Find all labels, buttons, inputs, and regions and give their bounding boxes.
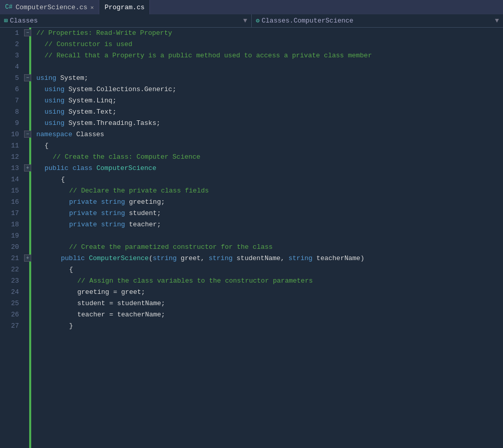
- line-num-14: 14: [0, 174, 19, 185]
- line23-comment: // Assign the class variables to the con…: [77, 275, 313, 287]
- line-num-16: 16: [0, 197, 19, 208]
- line15-comment: // Declare the private class fields: [69, 185, 209, 197]
- line22-brace: {: [69, 264, 73, 275]
- line17-sp: [97, 208, 101, 219]
- line-num-15: 15: [0, 185, 19, 197]
- line21-string1: string: [152, 253, 177, 264]
- code-line-7: using System.Linq;: [36, 95, 503, 106]
- tab-computerscience[interactable]: C# ComputerScience.cs ✕: [0, 0, 99, 14]
- collapse-5[interactable]: −: [24, 74, 31, 81]
- line-numbers: 1 2 3 4 5 6 7 8 9 10 11 12 13 14 15 16 1…: [0, 28, 23, 448]
- line-num-21: 21: [0, 253, 19, 264]
- line7-linq: System.Linq;: [64, 95, 116, 106]
- line-num-1: 1: [0, 28, 19, 39]
- line13-class: class: [73, 163, 93, 174]
- tab-program[interactable]: Program.cs: [99, 0, 150, 14]
- code-line-12: // Create the class: Computer Science: [36, 152, 503, 163]
- code-line-1: // Properties: Read-Write Property: [36, 28, 503, 39]
- code-line-2: // Constructor is used: [36, 39, 503, 50]
- line13-classname: ComputerScience: [96, 163, 156, 174]
- line21-string3: string: [289, 253, 313, 264]
- title-bar: C# ComputerScience.cs ✕ Program.cs: [0, 0, 503, 14]
- code-line-13: public class ComputerScience: [36, 163, 503, 174]
- line21-string2: string: [209, 253, 233, 264]
- line-num-2: 2: [0, 39, 19, 50]
- line-num-19: 19: [0, 230, 19, 242]
- line11-brace: {: [45, 140, 49, 152]
- line-num-27: 27: [0, 321, 19, 332]
- code-line-25: student = studentName;: [36, 298, 503, 309]
- line6-using: using: [45, 84, 64, 95]
- class-dropdown[interactable]: ⊞ Classes ▼: [0, 14, 252, 27]
- line25-student: student = studentName;: [77, 298, 165, 309]
- gutter: − − − + +: [23, 28, 34, 448]
- code-line-17: private string student;: [36, 208, 503, 219]
- line6-collections: System.Collections.Generic;: [64, 84, 176, 95]
- line26-teacher: teacher = teacherName;: [77, 309, 165, 321]
- line-num-6: 6: [0, 84, 19, 95]
- line-num-4: 4: [0, 61, 19, 73]
- line17-private: private: [69, 208, 97, 219]
- line21-public: public: [61, 253, 85, 264]
- line21-constructorname: ComputerScience: [89, 253, 149, 264]
- tab-program-label: Program.cs: [104, 4, 144, 11]
- line13-space2: [93, 163, 97, 174]
- line16-sp: [97, 197, 101, 208]
- line10-classes: Classes: [72, 129, 104, 140]
- code-line-14: {: [36, 174, 503, 185]
- code-line-26: teacher = teacherName;: [36, 309, 503, 321]
- line21-sp: [85, 253, 89, 264]
- line17-string: string: [101, 208, 125, 219]
- tab-cs-close[interactable]: ✕: [91, 4, 94, 11]
- class-dropdown-icon: ⊞: [4, 17, 8, 25]
- line-num-23: 23: [0, 275, 19, 287]
- line-num-11: 11: [0, 140, 19, 152]
- line27-brace: }: [69, 321, 73, 332]
- line24-greeting: greeting = greet;: [77, 287, 145, 298]
- line-num-12: 12: [0, 152, 19, 163]
- member-dropdown-icon: ⚙: [256, 17, 259, 25]
- class-dropdown-arrow: ▼: [243, 17, 247, 25]
- line17-student: student;: [125, 208, 161, 219]
- code-line-3: // Recall that a Property is a public me…: [36, 50, 503, 61]
- line-num-24: 24: [0, 287, 19, 298]
- collapse-1[interactable]: −: [24, 29, 31, 36]
- code-line-6: using System.Collections.Generic;: [36, 84, 503, 95]
- code-line-8: using System.Text;: [36, 106, 503, 118]
- line18-string: string: [101, 219, 125, 230]
- collapse-10[interactable]: −: [24, 131, 31, 138]
- member-dropdown-label: Classes.ComputerScience: [261, 17, 353, 25]
- code-line-16: private string greeting;: [36, 197, 503, 208]
- line-num-20: 20: [0, 242, 19, 253]
- code-line-27: }: [36, 321, 503, 332]
- line-num-17: 17: [0, 208, 19, 219]
- class-dropdown-label: Classes: [10, 17, 38, 25]
- line18-teacher: teacher;: [125, 219, 161, 230]
- code-line-4: [36, 61, 503, 73]
- line5-using: using: [36, 73, 56, 84]
- editor: 1 2 3 4 5 6 7 8 9 10 11 12 13 14 15 16 1…: [0, 28, 503, 448]
- line12-comment: // Create the class: Computer Science: [53, 152, 201, 163]
- line-num-13: 13: [0, 163, 19, 174]
- line3-content: // Recall that a Property is a public me…: [45, 50, 372, 61]
- line-num-5: 5: [0, 73, 19, 84]
- code-line-11: {: [36, 140, 503, 152]
- line7-using: using: [45, 95, 64, 106]
- member-dropdown[interactable]: ⚙ Classes.ComputerScience ▼: [252, 14, 503, 27]
- code-line-5: using System;: [36, 73, 503, 84]
- line8-text: System.Text;: [64, 106, 116, 118]
- collapse-21[interactable]: +: [24, 254, 31, 262]
- line5-system: System;: [56, 73, 88, 84]
- line-num-26: 26: [0, 309, 19, 321]
- code-line-19: [36, 230, 503, 242]
- tab-cs-label: ComputerScience.cs: [15, 4, 87, 11]
- line-num-18: 18: [0, 219, 19, 230]
- collapse-13[interactable]: +: [24, 164, 31, 172]
- line14-brace: {: [61, 174, 65, 185]
- code-line-10: namespace Classes: [36, 129, 503, 140]
- line16-private: private: [69, 197, 97, 208]
- code-area[interactable]: // Properties: Read-Write Property // Co…: [34, 28, 503, 448]
- line21-greet: greet,: [177, 253, 208, 264]
- line-num-3: 3: [0, 50, 19, 61]
- line-num-25: 25: [0, 298, 19, 309]
